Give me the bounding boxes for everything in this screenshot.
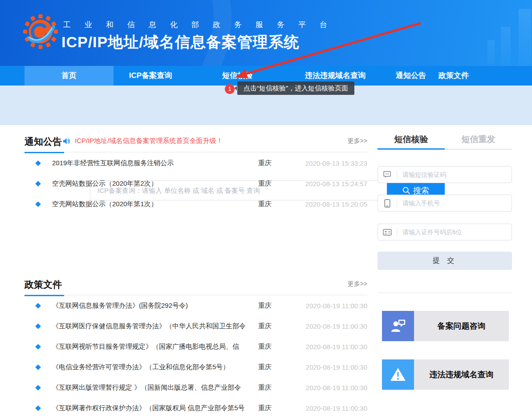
nav-item-label: 政策文件 (439, 71, 469, 80)
page-title: ICP/IP地址/域名信息备案管理系统 (61, 32, 300, 53)
bullet-diamond-icon (35, 181, 41, 187)
list-item-date: 2020-08-19 11:00:30 (301, 302, 367, 310)
list-item-title[interactable]: 《互联网著作权行政保护办法》（国家版权局 信息产业部令第5号 (52, 404, 258, 412)
list-item-region: 重庆 (258, 383, 301, 392)
phone-field (378, 195, 512, 212)
sms-tabs: 短信核验 短信重发 (378, 134, 512, 150)
site-logo-icon (23, 14, 58, 49)
sms-tab[interactable]: 短信核验 (378, 134, 445, 150)
speaker-icon (62, 138, 70, 145)
sms-code-input[interactable] (397, 171, 512, 178)
warning-icon (382, 359, 414, 390)
sms-tab[interactable]: 短信重发 (445, 134, 512, 150)
list-item[interactable]: 《互联网著作权行政保护办法》（国家版权局 信息产业部令第5号 重庆 2020-0… (24, 398, 367, 416)
list-item-title[interactable]: 空壳网站数据公示（2020年第2次） (52, 179, 258, 188)
list-item[interactable]: 《互联网信息服务管理办法》(国务院292号令) 重庆 2020-08-19 11… (24, 295, 367, 316)
list-item[interactable]: 《电信业务经营许可管理办法》（工业和信息化部令第5号） 重庆 2020-08-1… (24, 357, 367, 377)
nav-item[interactable]: 首页 (24, 66, 114, 86)
list-item-date: 2020-08-19 11:00:30 (301, 343, 367, 351)
list-item[interactable]: 《互联网医疗保健信息服务管理办法》（中华人民共和国卫生部令 重庆 2020-08… (24, 316, 367, 336)
announcement-ticker[interactable]: ICP/IP地址/域名信息备案管理系统首页全面升级！ (62, 137, 223, 145)
consult-icon (382, 311, 414, 341)
list-item-region: 重庆 (258, 179, 301, 188)
nav-item-label: 短信核验 (222, 71, 252, 80)
sms-tab-label: 短信核验 (394, 135, 428, 144)
list-item[interactable]: 《互联网出版管理暂行规定 》（国新闻出版总署、信息产业部令 重庆 2020-08… (24, 377, 367, 398)
idcard-input[interactable] (397, 228, 512, 236)
list-item-title[interactable]: 《互联网信息服务管理办法》(国务院292号令) (52, 302, 258, 310)
policies-header: 政策文件 更多>> (24, 277, 367, 295)
bullet-diamond-icon (35, 303, 41, 309)
notices-list: 2019年非经营性互联网信息服务注销公示 重庆 2020-08-13 15:33… (24, 153, 367, 214)
bullet-diamond-icon (35, 385, 41, 391)
ticker-text[interactable]: ICP/IP地址/域名信息备案管理系统首页全面升级！ (75, 137, 223, 145)
bullet-diamond-icon (35, 160, 41, 166)
notices-title: 通知公告 (24, 135, 64, 153)
sms-tab-label: 短信重发 (462, 135, 495, 144)
list-item-date: 2020-08-13 15:20:05 (301, 200, 367, 208)
list-item-date: 2020-08-13 15:33:23 (301, 159, 367, 167)
list-item-region: 重庆 (258, 363, 301, 371)
list-item-region: 重庆 (258, 159, 301, 167)
notices-more-link[interactable]: 更多>> (348, 137, 367, 145)
list-item-region: 重庆 (258, 404, 301, 412)
list-item[interactable]: 空壳网站数据公示（2020年第1次） 重庆 2020-08-13 15:20:0… (24, 194, 367, 214)
illegal-domain-shortcut-label: 违法违规域名查询 (414, 359, 509, 390)
list-item[interactable]: 《互联网视听节目服务管理规定》（国家广播电影电视总局、信 重庆 2020-08-… (24, 336, 367, 357)
policies-list: 《互联网信息服务管理办法》(国务院292号令) 重庆 2020-08-19 11… (24, 295, 367, 416)
nav-item[interactable]: 通知公告 (383, 66, 439, 86)
idcard-icon (378, 229, 397, 236)
list-item-title[interactable]: 空壳网站数据公示（2020年第1次） (52, 200, 258, 208)
sms-code-icon (378, 171, 397, 179)
bullet-diamond-icon (35, 405, 41, 411)
annotation-tooltip: 1 点击“短信核验”，进入短信核验页面 (225, 82, 354, 95)
page-root: 工业和信息化部政务服务平台 ICP/IP地址/域名信息备案管理系统 首页 ICP… (0, 0, 532, 416)
list-item-date: 2020-08-19 11:00:30 (301, 384, 367, 392)
policies-title: 政策文件 (24, 278, 64, 296)
list-item[interactable]: 空壳网站数据公示（2020年第2次） 重庆 2020-08-13 15:24:5… (24, 173, 367, 194)
list-item[interactable]: 2019年非经营性互联网信息服务注销公示 重庆 2020-08-13 15:33… (24, 153, 367, 173)
bullet-diamond-icon (35, 344, 41, 350)
bullet-diamond-icon (35, 364, 41, 370)
list-item-title[interactable]: 2019年非经营性互联网信息服务注销公示 (52, 159, 258, 167)
nav-item-label: ICP备案查询 (129, 71, 172, 80)
list-item-title[interactable]: 《互联网出版管理暂行规定 》（国新闻出版总署、信息产业部令 (52, 383, 258, 392)
list-item-date: 2020-08-19 11:00:30 (301, 322, 367, 330)
site-header: 工业和信息化部政务服务平台 ICP/IP地址/域名信息备案管理系统 (0, 0, 532, 66)
phone-input[interactable] (397, 200, 512, 207)
list-item-title[interactable]: 《互联网视听节目服务管理规定》（国家广播电影电视总局、信 (52, 343, 258, 351)
phone-icon (378, 199, 397, 208)
nav-item-label: 通知公告 (396, 71, 426, 80)
list-item-region: 重庆 (258, 322, 301, 330)
nav-item[interactable]: 政策文件 (439, 66, 469, 86)
search-icon (402, 187, 410, 194)
submit-button[interactable]: 提 交 (378, 252, 512, 270)
consult-shortcut-label: 备案问题咨询 (414, 311, 509, 341)
bullet-diamond-icon (35, 323, 41, 329)
list-item-date: 2020-08-13 15:24:57 (301, 180, 367, 188)
bullet-diamond-icon (35, 201, 41, 207)
sms-code-field (378, 166, 512, 183)
nav-item-label: 违法违规域名查询 (305, 71, 365, 80)
list-item-title[interactable]: 《互联网医疗保健信息服务管理办法》（中华人民共和国卫生部令 (52, 322, 258, 330)
section-divider (24, 152, 367, 152)
idcard-field (378, 224, 512, 241)
notices-header: 通知公告 ICP/IP地址/域名信息备案管理系统首页全面升级！ 更多>> (24, 134, 367, 152)
tooltip-text: 点击“短信核验”，进入短信核验页面 (237, 82, 354, 95)
list-item-date: 2020-08-19 11:00:30 (301, 363, 367, 371)
header-subtitle: 工业和信息化部政务服务平台 (63, 20, 341, 30)
consult-shortcut-button[interactable]: 备案问题咨询 (382, 311, 509, 341)
search-button-label: 搜索 (413, 185, 429, 196)
sidebar-divider (378, 293, 512, 293)
list-item-region: 重庆 (258, 200, 301, 208)
list-item-region: 重庆 (258, 302, 301, 310)
list-item-region: 重庆 (258, 343, 301, 351)
policies-more-link[interactable]: 更多>> (348, 280, 367, 288)
illegal-domain-shortcut-button[interactable]: 违法违规域名查询 (382, 359, 509, 390)
list-item-date: 2020-08-19 11:00:30 (301, 404, 367, 412)
list-item-title[interactable]: 《电信业务经营许可管理办法》（工业和信息化部令第5号） (52, 363, 258, 371)
step-badge: 1 (225, 84, 235, 94)
nav-item[interactable]: ICP备案查询 (114, 66, 187, 86)
nav-item-label: 首页 (61, 71, 77, 80)
